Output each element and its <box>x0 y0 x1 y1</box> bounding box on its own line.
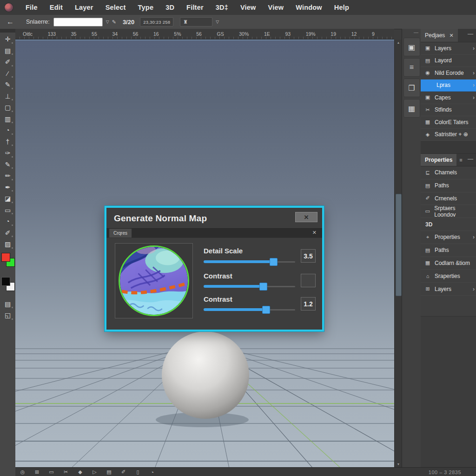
3d-sphere[interactable] <box>162 331 249 419</box>
pen-tool-icon[interactable]: ✑ <box>2 147 14 159</box>
properties-tab[interactable]: Properties <box>421 154 456 166</box>
timecode-field[interactable]: 23,30:23 258 <box>140 17 173 26</box>
dialog-tab[interactable]: Crqres <box>109 229 132 238</box>
panel-item-lpras-selected[interactable]: Lpras › <box>421 79 476 92</box>
grid-toggle-icon[interactable]: ⊞ <box>30 469 44 475</box>
dock-grid-icon[interactable]: ▦ <box>403 99 420 118</box>
detail-scale-value[interactable]: 3.5 <box>301 249 316 263</box>
panel-empty-area <box>421 316 476 468</box>
detail-scale-slider[interactable] <box>204 258 295 265</box>
menu-filter[interactable]: Filter <box>180 4 210 11</box>
foreground-color-swatch[interactable] <box>1 253 10 262</box>
panel-menu-icon[interactable]: ≡ <box>459 157 462 163</box>
panel-item-codlarn[interactable]: ▦ Codlarn &tiom <box>421 257 476 270</box>
cut-icon[interactable]: ✂ <box>59 469 73 475</box>
tool-preset-field[interactable]: ♜ <box>180 17 212 26</box>
dialog-close-button[interactable]: ✕ <box>295 212 317 222</box>
panel-item-colore-taters[interactable]: ▦ ColorE Taters <box>421 116 476 129</box>
panel-item-srptaers[interactable]: ▭ Srptaers Loondov <box>421 205 476 218</box>
panel-item-layers[interactable]: ▣ Layers › <box>421 42 476 55</box>
bucket-tool-icon[interactable]: ◔ <box>2 125 14 136</box>
brush-tool-icon[interactable]: ✏ <box>2 170 14 182</box>
menu-layer[interactable]: Layer <box>69 4 99 11</box>
chevron-down-icon-2[interactable]: ▽ <box>216 20 219 24</box>
panel-tab[interactable]: Pedjaes ✕ <box>421 29 458 42</box>
panel-item-3d[interactable]: 3D <box>421 218 476 231</box>
panel-item-crnenels[interactable]: ✐ Crnenels <box>421 192 476 205</box>
back-arrow-icon[interactable]: ← <box>7 18 20 26</box>
scroll-up-icon[interactable]: ▲ <box>395 41 402 44</box>
panel-item-paths[interactable]: ▤ Paths <box>421 179 476 192</box>
panel-item-capes[interactable]: ▣ Capes › <box>421 92 476 104</box>
tab-close-icon[interactable]: ✕ <box>312 230 317 236</box>
panel-item-charnels[interactable]: ⊑ Charnels <box>421 166 476 179</box>
panel-item-layord[interactable]: ▤ Layord <box>421 55 476 67</box>
dock-image-icon[interactable]: ▣ <box>403 38 420 56</box>
menu-view[interactable]: View <box>234 4 262 11</box>
vector-mask-tool-icon[interactable]: ▨ <box>2 238 14 250</box>
frame-tool-icon[interactable]: ▥ <box>2 113 14 125</box>
contrast-2-slider[interactable] <box>204 306 295 313</box>
foreground-color-swatch-2[interactable] <box>1 277 10 286</box>
menu-file[interactable]: File <box>20 4 44 11</box>
panel-item-sraperties[interactable]: ⌂ Sraperties <box>421 270 476 283</box>
panel-item-layers-2[interactable]: ⊞ Layers › <box>421 283 476 296</box>
brush-icon[interactable]: ✎ <box>112 19 116 25</box>
slider-handle[interactable] <box>262 306 270 314</box>
printer-icon[interactable]: ▤ <box>102 469 116 475</box>
menu-view-2[interactable]: View <box>262 4 290 11</box>
panel-minimize-icon[interactable]: — <box>468 31 473 37</box>
dock-list-icon[interactable]: ≡ <box>403 58 420 77</box>
menu-select[interactable]: Select <box>99 4 132 11</box>
screen-icon[interactable]: ▭ <box>44 469 59 475</box>
dock-layers-icon[interactable]: ❐ <box>403 79 420 97</box>
smudge-tool-icon[interactable]: ✐ <box>2 227 14 239</box>
pencil-tool-icon[interactable]: ✎ <box>2 79 14 91</box>
blur-tool-icon[interactable]: ◔ <box>2 216 14 227</box>
chevron-down-icon[interactable]: ▽ <box>106 20 109 24</box>
panel-item-paths-2[interactable]: ▤ Paths <box>421 244 476 257</box>
panel-item-nild-eorode[interactable]: ◉ Nild Eorode › <box>421 67 476 79</box>
shape-tool-icon[interactable]: ▭ <box>2 205 14 216</box>
zoom-tool-icon[interactable]: ◎ <box>15 469 30 475</box>
scroll-down-icon[interactable]: ▼ <box>395 463 402 466</box>
menu-window[interactable]: Window <box>290 4 328 11</box>
panel-item-properties[interactable]: ⌖ Properties › <box>421 231 476 244</box>
pen-tool-2-icon[interactable]: ✎ <box>2 159 14 171</box>
contrast-2-value[interactable]: 1.2 <box>301 297 316 311</box>
menu-3d[interactable]: 3D <box>159 4 180 11</box>
flag-icon[interactable]: ▷ <box>87 469 102 475</box>
trash-icon[interactable]: ▯ <box>131 469 145 475</box>
move-tool-icon[interactable]: ✛ <box>2 33 14 45</box>
menu-3d-2[interactable]: 3D‡ <box>210 4 234 11</box>
panel-minimize-icon[interactable]: — <box>468 156 473 162</box>
screen-mode-icon[interactable]: ▤ <box>2 298 14 310</box>
contrast-slider[interactable] <box>204 283 295 290</box>
dock-minimize-icon[interactable]: — <box>414 30 418 35</box>
lasso-tool-icon[interactable]: ✐ <box>2 56 14 68</box>
crop-tool-icon[interactable]: ▢ <box>2 102 14 113</box>
scrollbar-thumb[interactable] <box>396 194 402 296</box>
menu-edit[interactable]: Edit <box>44 4 69 11</box>
paint-icon[interactable]: ◆ <box>73 469 87 475</box>
toolbar-grip[interactable] <box>0 29 15 33</box>
pen-icon[interactable]: ✐ <box>116 469 131 475</box>
panel-item-satristter[interactable]: ◈ Satristter + ⊕ <box>421 129 476 141</box>
panel-item-stfinds[interactable]: ✂ Stfinds <box>421 104 476 117</box>
slider-handle[interactable] <box>259 283 267 291</box>
menu-help[interactable]: Help <box>328 4 355 11</box>
eraser-tool-icon[interactable]: ◪ <box>2 193 14 205</box>
droplet-icon[interactable]: ◔ <box>145 469 159 475</box>
vertical-scrollbar[interactable]: ▲ ▼ <box>394 40 402 467</box>
knife-tool-icon[interactable]: ∕ <box>2 68 14 79</box>
contrast-value[interactable] <box>301 274 316 287</box>
slider-handle[interactable] <box>270 258 278 266</box>
panel-tab-close-icon[interactable]: ✕ <box>449 33 453 39</box>
ink-tool-icon[interactable]: ✒ <box>2 182 14 193</box>
marquee-tool-icon[interactable]: ▤ <box>2 45 14 57</box>
healing-tool-icon[interactable]: † <box>2 136 14 148</box>
menu-type[interactable]: Type <box>132 4 160 11</box>
sample-input[interactable] <box>53 18 103 26</box>
type-tool-icon[interactable]: ⊥ <box>2 91 14 102</box>
quick-mask-icon[interactable]: ◱ <box>2 310 14 321</box>
